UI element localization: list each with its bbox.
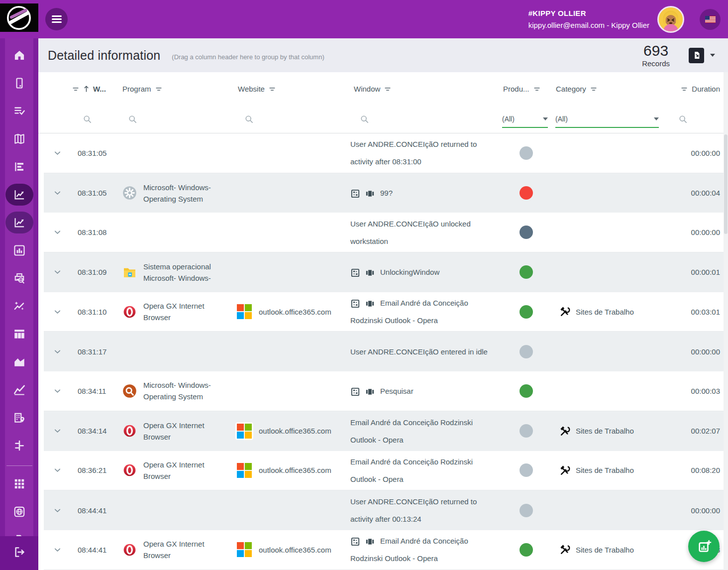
filter-icon[interactable]: [384, 85, 392, 93]
column-header-window[interactable]: Window: [354, 85, 491, 93]
column-header-program[interactable]: Program: [122, 85, 163, 93]
column-header-productivity[interactable]: Produ...: [503, 85, 552, 93]
sidebar-item-print-search[interactable]: [5, 267, 33, 289]
sidebar-item-device[interactable]: [5, 72, 33, 94]
row-time: 08:31:05: [71, 189, 122, 197]
filter-icon[interactable]: [155, 85, 163, 93]
tools-category-icon: [558, 425, 570, 437]
scrollbar-thumb[interactable]: [724, 134, 728, 234]
sidebar-item-trend[interactable]: [5, 295, 33, 317]
sidebar-item-bar-chart[interactable]: [5, 239, 33, 261]
apps-grid-icon: [13, 477, 26, 490]
expand-row-button[interactable]: [53, 347, 62, 356]
export-dropdown-caret[interactable]: [710, 54, 715, 57]
tools-category-icon: [558, 306, 570, 318]
screenshot-icon[interactable]: [350, 268, 360, 278]
video-icon[interactable]: [365, 189, 375, 199]
sidebar-item-map[interactable]: [5, 128, 33, 150]
expand-row-button[interactable]: [53, 465, 62, 475]
video-icon[interactable]: [365, 299, 375, 309]
table-header: W... Program Website Window: [38, 72, 728, 106]
expand-row-button[interactable]: [53, 386, 62, 396]
column-label-when: W...: [93, 85, 106, 93]
expand-row-button[interactable]: [53, 148, 62, 158]
row-time: 08:36:21: [71, 466, 122, 474]
screenshot-icon[interactable]: [350, 189, 360, 199]
filter-icon[interactable]: [680, 85, 688, 93]
opera-program-icon: [122, 463, 137, 477]
video-icon[interactable]: [365, 268, 375, 278]
filter-icon[interactable]: [533, 85, 541, 93]
records-label: Records: [642, 60, 670, 67]
sidebar-item-company-location[interactable]: [5, 407, 33, 429]
program-name: Opera GX Internet Browser: [143, 300, 231, 323]
opera-program-icon: [122, 305, 137, 319]
page-title: Detailed information: [48, 48, 160, 63]
screenshot-icon[interactable]: [350, 387, 360, 397]
program-filter-search-icon[interactable]: [127, 114, 138, 124]
column-header-website[interactable]: Website: [238, 85, 276, 93]
column-header-category[interactable]: Category: [556, 85, 598, 93]
expand-row-button[interactable]: [53, 307, 62, 317]
add-report-fab-button[interactable]: [688, 531, 720, 562]
user-info: #KIPPY OLLIER kippy.ollier@email.com - K…: [528, 9, 649, 29]
category-filter-select[interactable]: (All): [555, 111, 659, 128]
expand-row-button[interactable]: [53, 228, 62, 237]
video-icon[interactable]: [365, 537, 375, 547]
table-body: 08:31:05User ANDRE.CONCEIçãO returned to…: [38, 133, 728, 570]
sidebar-item-home[interactable]: [5, 44, 33, 66]
row-time: 08:31:17: [71, 347, 122, 356]
sidebar-item-dashboard[interactable]: [5, 323, 33, 345]
expand-row-button[interactable]: [53, 545, 62, 555]
website-filter-search-icon[interactable]: [244, 114, 254, 124]
sidebar-item-stats-line[interactable]: [5, 379, 33, 401]
expand-row-button[interactable]: [53, 188, 62, 198]
website-domain: outlook.office365.com: [259, 427, 331, 435]
language-button[interactable]: [700, 9, 721, 30]
duration-filter-search-icon[interactable]: [678, 114, 720, 124]
video-icon[interactable]: [365, 387, 375, 397]
column-header-duration[interactable]: Duration: [664, 85, 720, 93]
line-chart-icon: [13, 188, 26, 201]
column-header-when[interactable]: W...: [72, 85, 122, 93]
sidebar-item-tune[interactable]: [5, 435, 33, 456]
microsoft-site-icon: [235, 303, 253, 321]
sidebar-item-line-chart-alt[interactable]: [5, 212, 33, 233]
row-duration: 00:08:20: [664, 466, 728, 474]
export-control[interactable]: [689, 48, 715, 63]
web-icon: [13, 505, 26, 518]
vertical-scrollbar[interactable]: [724, 72, 728, 570]
screenshot-icon[interactable]: [350, 299, 360, 309]
avatar[interactable]: [657, 6, 684, 33]
productivity-filter-value: (All): [502, 115, 515, 123]
window-title: Email André da Conceição Rodzinski Outlo…: [350, 418, 473, 444]
expand-row-button[interactable]: [53, 267, 62, 277]
sidebar-item-org-chart[interactable]: [5, 156, 33, 178]
sidebar-item-logout[interactable]: [5, 542, 33, 564]
opera-program-icon: [122, 543, 137, 557]
app-logo: [0, 0, 38, 38]
program-name: Opera GX Internet Browser: [143, 538, 231, 561]
filter-icon[interactable]: [72, 85, 80, 93]
window-filter-search-icon[interactable]: [359, 114, 491, 124]
menu-button[interactable]: [45, 8, 68, 30]
sidebar-item-web[interactable]: [5, 501, 33, 523]
sidebar-item-line-chart[interactable]: [5, 184, 33, 206]
window-title: UnlockingWindow: [380, 268, 439, 276]
sidebar-item-activity-log[interactable]: [5, 100, 33, 122]
export-button[interactable]: [689, 48, 704, 63]
row-time: 08:34:11: [71, 387, 122, 395]
when-filter-search-icon[interactable]: [82, 114, 122, 124]
sidebar-item-area-chart[interactable]: [5, 351, 33, 373]
app-window: #KIPPY OLLIER kippy.ollier@email.com - K…: [0, 0, 728, 570]
productivity-filter-select[interactable]: (All): [502, 111, 548, 128]
filter-icon[interactable]: [268, 85, 276, 93]
sidebar-item-apps-grid[interactable]: [5, 473, 33, 495]
expand-row-button[interactable]: [53, 506, 62, 515]
row-time: 08:44:41: [71, 506, 122, 515]
filter-icon[interactable]: [590, 85, 598, 93]
expand-row-button[interactable]: [53, 426, 62, 436]
us-flag-icon: [705, 16, 716, 23]
screenshot-icon[interactable]: [350, 537, 360, 547]
productivity-indicator-productive: [520, 384, 533, 398]
